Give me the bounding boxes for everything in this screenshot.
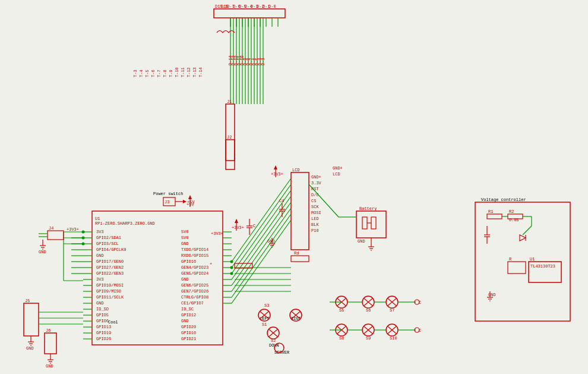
svg-text:S9: S9 — [366, 336, 371, 341]
svg-text:RPi-ZERO.SHARP3.ZERO.GND: RPi-ZERO.SHARP3.ZERO.GND — [95, 221, 155, 226]
svg-text:BLK: BLK — [311, 222, 319, 227]
svg-text:GPIO9/MISO: GPIO9/MISO — [96, 289, 121, 294]
svg-point-279 — [230, 260, 233, 263]
svg-text:GND: GND — [488, 293, 496, 297]
svg-text:SERVER: SERVER — [274, 350, 290, 355]
svg-text:GPIO26: GPIO26 — [96, 337, 111, 341]
schematic-diagram: U1 RPi-ZERO.SHARP3.ZERO.GND 3V3 GPIO2/SD… — [0, 0, 588, 374]
svg-text:GEN5/GPIO24: GEN5/GPIO24 — [181, 271, 208, 276]
svg-text:GPIO22/GEN3: GPIO22/GEN3 — [96, 271, 124, 276]
svg-text:+5V: +5V — [186, 202, 194, 207]
svg-text:GND: GND — [267, 239, 275, 244]
svg-text:Cool: Cool — [108, 320, 118, 325]
svg-text:GPIO6: GPIO6 — [96, 319, 109, 323]
svg-text:CS: CS — [311, 199, 316, 203]
svg-text:S8: S8 — [339, 336, 344, 341]
svg-text:GEN7/GPIO26: GEN7/GPIO26 — [181, 289, 208, 294]
svg-text:GND: GND — [96, 253, 104, 258]
svg-text:R2: R2 — [509, 209, 514, 214]
svg-text:S1: S1 — [262, 322, 267, 327]
svg-point-280 — [230, 266, 233, 269]
svg-text:+3V3+: +3V3+ — [271, 172, 283, 177]
svg-point-281 — [230, 272, 233, 275]
svg-text:GND: GND — [39, 250, 46, 254]
svg-text:D/C: D/C — [311, 193, 319, 197]
svg-text:SCK: SCK — [311, 205, 319, 209]
svg-text:LCD: LCD — [292, 168, 300, 172]
svg-text:Rd: Rd — [294, 251, 299, 256]
svg-text:C4: C4 — [279, 199, 284, 203]
svg-text:GPIO10/MOSI: GPIO10/MOSI — [96, 283, 124, 288]
svg-text:T-6: T-6 — [151, 70, 156, 77]
svg-text:T-5: T-5 — [145, 70, 150, 77]
svg-text:+3V3+: +3V3+ — [67, 227, 79, 232]
svg-text:T-3: T-3 — [133, 70, 138, 77]
svg-text:T-12: T-12 — [186, 67, 191, 77]
svg-text:GND+: GND+ — [333, 166, 343, 171]
svg-text:+3V3+: +3V3+ — [211, 231, 223, 236]
svg-text:GND: GND — [96, 301, 104, 306]
svg-text:D-3: D-3 — [261, 58, 265, 65]
svg-text:RXDO/GPIO15: RXDO/GPIO15 — [181, 253, 208, 258]
svg-text:S5: S5 — [339, 308, 344, 313]
svg-text:5V0: 5V0 — [181, 230, 189, 234]
svg-text:T-13: T-13 — [192, 67, 197, 77]
svg-text:GND: GND — [358, 239, 365, 244]
svg-text:GPIO16: GPIO16 — [181, 331, 196, 335]
svg-text:T-14: T-14 — [198, 67, 203, 77]
svg-text:GND: GND — [26, 346, 34, 351]
svg-text:D-0: D-0 — [268, 4, 276, 9]
svg-point-276 — [82, 231, 85, 234]
svg-text:GPIO12: GPIO12 — [181, 313, 196, 318]
svg-text:GPIO5: GPIO5 — [96, 313, 109, 318]
svg-text:CTRLG/GPIO8: CTRLG/GPIO8 — [181, 295, 208, 300]
svg-text:Battery: Battery — [359, 206, 377, 211]
svg-text:Voltage controller: Voltage controller — [481, 197, 526, 202]
svg-text:GPIO19: GPIO19 — [96, 331, 111, 335]
svg-text:MOSI: MOSI — [311, 210, 321, 215]
svg-text:ID_SC: ID_SC — [181, 307, 194, 312]
svg-text:GEN6/GPIO25: GEN6/GPIO25 — [181, 283, 208, 288]
svg-text:TL43130T23: TL43130T23 — [530, 264, 555, 269]
svg-text:T-10: T-10 — [175, 67, 179, 77]
svg-text:+: + — [210, 262, 212, 266]
svg-text:T-9: T-9 — [169, 70, 173, 77]
svg-text:J5: J5 — [25, 298, 30, 303]
svg-text:GPIO4/GPCLK0: GPIO4/GPCLK0 — [96, 247, 126, 252]
svg-text:S6: S6 — [366, 308, 371, 313]
svg-text:LED: LED — [311, 216, 319, 221]
svg-text:T-8: T-8 — [163, 70, 167, 77]
svg-text:C: C — [419, 300, 421, 305]
svg-text:S3: S3 — [264, 303, 269, 308]
svg-text:GND: GND — [46, 364, 53, 369]
svg-text:5V0: 5V0 — [181, 235, 189, 240]
svg-text:3V3: 3V3 — [96, 230, 104, 234]
svg-text:GPIO20: GPIO20 — [181, 325, 196, 329]
svg-text:S10: S10 — [390, 336, 397, 341]
svg-text:3V3: 3V3 — [96, 277, 104, 282]
svg-text:GPIO17/GEN0: GPIO17/GEN0 — [96, 259, 124, 264]
svg-text:3.3V: 3.3V — [311, 181, 322, 186]
svg-text:T-7: T-7 — [157, 70, 162, 77]
svg-text:J1: J1 — [227, 99, 232, 104]
svg-text:T-11: T-11 — [181, 67, 185, 77]
svg-text:J6: J6 — [46, 328, 50, 333]
svg-text:C: C — [253, 224, 255, 228]
svg-text:S2: S2 — [271, 338, 276, 343]
svg-text:J3: J3 — [165, 200, 169, 205]
svg-text:T-4: T-4 — [139, 70, 144, 77]
svg-text:R1: R1 — [488, 209, 493, 214]
svg-text:S7: S7 — [390, 308, 394, 313]
svg-text:J4: J4 — [49, 226, 53, 231]
svg-text:GND: GND — [181, 241, 189, 246]
svg-text:GND+: GND+ — [311, 175, 321, 180]
svg-text:CE1/GPIO7: CE1/GPIO7 — [181, 301, 204, 306]
svg-text:GND: GND — [181, 277, 189, 282]
svg-text:GPIO21: GPIO21 — [181, 337, 196, 341]
svg-text:U1: U1 — [530, 257, 535, 262]
svg-text:ID_SD: ID_SD — [96, 307, 109, 312]
svg-text:J2: J2 — [227, 135, 232, 140]
svg-text:0.05: 0.05 — [509, 218, 519, 222]
svg-text:TXDO/GPIO14: TXDO/GPIO14 — [181, 247, 208, 252]
svg-text:C: C — [419, 328, 421, 333]
